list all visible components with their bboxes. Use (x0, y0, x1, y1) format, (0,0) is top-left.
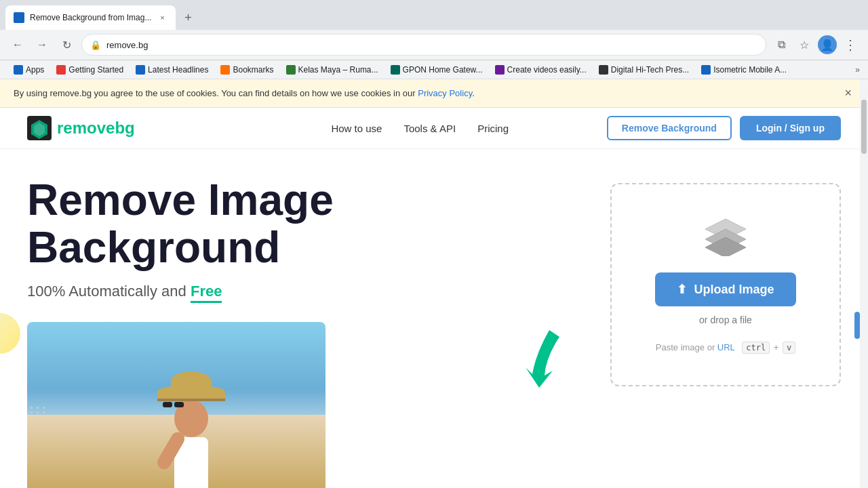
bookmark-label: Bookmarks (233, 65, 273, 75)
bookmark-label: Latest Headlines (148, 65, 208, 75)
extensions-button[interactable]: ⧉ (772, 35, 791, 54)
bookmark-isometric[interactable]: Isometric Mobile A... (696, 64, 792, 76)
bookmarks-more-button[interactable]: » (855, 65, 860, 75)
nav-tools-api[interactable]: Tools & API (403, 123, 456, 134)
bookmark-favicon (701, 65, 711, 75)
bookmarks-bar: Apps Getting Started Latest Headlines Bo… (0, 60, 868, 79)
upload-button-label: Upload Image (694, 283, 774, 297)
upload-image-button[interactable]: ⬆ Upload Image (655, 272, 795, 306)
hero-arrow (515, 176, 583, 488)
v-key: v (783, 342, 795, 354)
privacy-policy-link[interactable]: Privacy Policy (418, 88, 472, 98)
site-logo[interactable]: removebg (27, 116, 135, 140)
cookie-text: By using remove.bg you agree to the use … (14, 88, 475, 98)
upload-icon-symbol: ⬆ (677, 282, 687, 297)
hero-free-highlight: Free (191, 283, 222, 300)
hero-subtitle: 100% Automatically and Free (27, 283, 488, 300)
nav-links: How to use Tools & API Pricing (331, 123, 509, 134)
green-arrow-icon (522, 327, 576, 394)
drop-file-text: or drop a file (699, 314, 752, 325)
hero-section: Remove Image Background 100% Automatical… (27, 176, 488, 488)
profile-button[interactable]: 👤 (818, 35, 837, 54)
bookmark-favicon (286, 65, 296, 75)
logo-icon (27, 116, 52, 140)
bookmark-label: Kelas Maya – Ruma... (298, 65, 378, 75)
hat-brim (157, 385, 225, 399)
site-navigation: removebg How to use Tools & API Pricing … (0, 108, 868, 149)
ctrl-key: ctrl (742, 342, 770, 354)
cookie-banner: By using remove.bg you agree to the use … (0, 79, 868, 108)
bookmark-favicon (136, 65, 145, 75)
url-paste-link[interactable]: URL (717, 342, 735, 352)
bookmark-favicon (14, 65, 23, 75)
bookmark-digital[interactable]: Digital Hi-Tech Pres... (593, 64, 694, 76)
back-button[interactable]: ← (8, 35, 27, 54)
nav-pricing[interactable]: Pricing (477, 123, 509, 134)
body (174, 437, 208, 488)
hero-image (27, 322, 326, 488)
website-content: By using remove.bg you agree to the use … (0, 79, 868, 488)
tab-close-button[interactable]: × (157, 12, 167, 23)
page-scrollbar[interactable] (860, 79, 868, 488)
tab-favicon (14, 12, 24, 23)
bookmark-apps[interactable]: Apps (8, 64, 50, 76)
bookmark-create-videos[interactable]: Create videos easily... (490, 64, 592, 76)
login-signup-button[interactable]: Login / Sign up (740, 116, 841, 140)
bookmark-favicon (56, 65, 66, 75)
head (174, 400, 208, 437)
arm (155, 430, 186, 472)
browser-toolbar: ← → ↻ 🔒 ⧉ ☆ 👤 ⋮ (0, 30, 868, 60)
nav-action-buttons: Remove Background Login / Sign up (607, 116, 841, 140)
plus-symbol: + (774, 342, 779, 352)
bookmark-getting-started[interactable]: Getting Started (51, 64, 129, 76)
bookmark-label: Apps (26, 65, 44, 75)
decorative-circle (0, 313, 20, 354)
upload-dropzone[interactable]: ⬆ Upload Image or drop a file Paste imag… (610, 183, 841, 386)
bookmark-favicon (495, 65, 505, 75)
paste-hint: Paste image or URL ctrl + v (656, 342, 795, 354)
reload-button[interactable]: ↻ (57, 35, 76, 54)
beach-scene (27, 322, 326, 488)
bookmark-button[interactable]: ☆ (795, 35, 814, 54)
logo-text: removebg (57, 119, 135, 138)
cookie-banner-close-button[interactable]: × (842, 86, 854, 100)
bookmark-favicon (391, 65, 400, 75)
forward-button[interactable]: → (33, 35, 52, 54)
address-bar[interactable]: 🔒 (81, 34, 766, 56)
upload-section: ⬆ Upload Image or drop a file Paste imag… (610, 183, 841, 488)
browser-title-bar: Remove Background from Imag... × + (0, 0, 868, 30)
bookmark-kelas[interactable]: Kelas Maya – Ruma... (281, 64, 384, 76)
bookmark-gpon[interactable]: GPON Home Gatew... (385, 64, 488, 76)
right-edge-indicator (854, 312, 860, 339)
bookmark-label: Create videos easily... (507, 65, 587, 75)
hat-crown (171, 371, 212, 392)
bookmark-label: GPON Home Gatew... (403, 65, 483, 75)
bookmark-label: Digital Hi-Tech Pres... (611, 65, 689, 75)
nav-how-to-use[interactable]: How to use (331, 123, 382, 134)
remove-background-nav-button[interactable]: Remove Background (607, 116, 732, 140)
bookmark-headlines[interactable]: Latest Headlines (130, 64, 214, 76)
bookmark-label: Isometric Mobile A... (713, 65, 787, 75)
bookmark-favicon (220, 65, 230, 75)
scrollbar-thumb[interactable] (861, 100, 867, 154)
bookmark-favicon (599, 65, 608, 75)
browser-tab-active[interactable]: Remove Background from Imag... × (5, 5, 176, 30)
person-figure (157, 385, 225, 488)
new-tab-button[interactable]: + (178, 8, 197, 27)
hero-title: Remove Image Background (27, 176, 488, 272)
dots-pattern (31, 407, 46, 413)
bookmark-bookmarks[interactable]: Bookmarks (215, 64, 279, 76)
sunglasses (163, 402, 184, 407)
browser-chrome: Remove Background from Imag... × + ← → ↻… (0, 0, 868, 79)
main-content: Remove Image Background 100% Automatical… (0, 176, 868, 488)
menu-button[interactable]: ⋮ (841, 35, 860, 54)
layers-icon (702, 216, 749, 259)
bookmark-label: Getting Started (68, 65, 123, 75)
lock-icon: 🔒 (90, 40, 101, 50)
address-input[interactable] (106, 40, 757, 50)
browser-action-buttons: ⧉ ☆ 👤 ⋮ (772, 35, 860, 54)
layers-svg-icon (702, 216, 749, 256)
tab-title: Remove Background from Imag... (30, 13, 151, 22)
